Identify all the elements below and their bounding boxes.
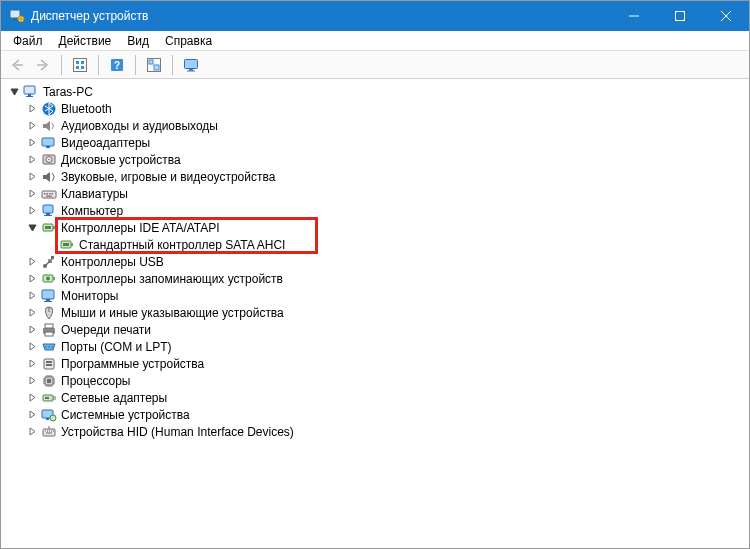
close-button[interactable] (703, 1, 749, 31)
toolbar-separator (172, 55, 173, 75)
chevron-right-icon[interactable] (25, 204, 39, 218)
tree-item-label: Устройства HID (Human Interface Devices) (61, 425, 294, 439)
help-button[interactable]: ? (105, 54, 129, 76)
window-title: Диспетчер устройств (31, 9, 611, 23)
chevron-right-icon[interactable] (25, 153, 39, 167)
tree-category-monitors[interactable]: Мониторы (25, 287, 743, 304)
tree-category-sound[interactable]: Звуковые, игровые и видеоустройства (25, 168, 743, 185)
svg-rect-20 (26, 96, 33, 97)
svg-rect-47 (42, 290, 54, 299)
chevron-right-icon[interactable] (25, 306, 39, 320)
nav-back-button (5, 54, 29, 76)
svg-rect-33 (43, 205, 53, 213)
chevron-right-icon[interactable] (25, 289, 39, 303)
tree-item-label: Очереди печати (61, 323, 151, 337)
chevron-right-icon[interactable] (25, 374, 39, 388)
svg-point-65 (50, 415, 56, 421)
tree-category-storage-ctrl[interactable]: Контроллеры запоминающих устройств (25, 270, 743, 287)
tree-category-usb[interactable]: Контроллеры USB (25, 253, 743, 270)
tree-category-disks[interactable]: Дисковые устройства (25, 151, 743, 168)
tree-category-audio[interactable]: Аудиовходы и аудиовыходы (25, 117, 743, 134)
tree-device-sata-ahci[interactable]: Стандартный контроллер SATA AHCI (43, 236, 743, 253)
svg-rect-1 (14, 18, 16, 20)
tree-category-hid[interactable]: Устройства HID (Human Interface Devices) (25, 423, 743, 440)
svg-rect-8 (76, 66, 79, 69)
toolbar-separator (98, 55, 99, 75)
tree-item-label: Аудиовходы и аудиовыходы (61, 119, 218, 133)
tree-category-mice[interactable]: Мыши и иные указывающие устройства (25, 304, 743, 321)
menu-action[interactable]: Действие (51, 32, 120, 50)
show-hidden-button[interactable] (68, 54, 92, 76)
cpu-icon (41, 373, 57, 389)
printer-icon (41, 322, 57, 338)
toolbar-separator (61, 55, 62, 75)
scan-hardware-button[interactable] (142, 54, 166, 76)
svg-rect-6 (76, 61, 79, 64)
bluetooth-icon (41, 101, 57, 117)
chevron-down-icon[interactable] (7, 85, 21, 99)
svg-rect-41 (71, 243, 73, 246)
chevron-right-icon[interactable] (25, 425, 39, 439)
tree-category-software[interactable]: Программные устройства (25, 355, 743, 372)
chevron-right-icon[interactable] (25, 102, 39, 116)
pc-icon (41, 203, 57, 219)
network-icon (41, 390, 57, 406)
tree-category-bluetooth[interactable]: Bluetooth (25, 100, 743, 117)
disk-icon (41, 152, 57, 168)
tree-root-label: Taras-PC (43, 85, 93, 99)
svg-point-45 (46, 276, 50, 280)
window-controls (611, 1, 749, 31)
tree-item-label: Программные устройства (61, 357, 204, 371)
tree-client-area[interactable]: Taras-PC Bluetooth Аудиовходы и аудиовых… (1, 79, 749, 549)
chevron-right-icon[interactable] (25, 187, 39, 201)
port-icon (41, 339, 57, 355)
svg-rect-15 (185, 59, 198, 68)
tree-item-label: Мыши и иные указывающие устройства (61, 306, 284, 320)
chevron-right-icon[interactable] (25, 357, 39, 371)
keyboard-icon (41, 186, 57, 202)
controller-icon (41, 220, 57, 236)
nav-forward-button (31, 54, 55, 76)
monitor-icon (41, 288, 57, 304)
svg-rect-14 (154, 65, 159, 70)
tree-item-label: Процессоры (61, 374, 131, 388)
chevron-right-icon[interactable] (25, 391, 39, 405)
tree-category-video[interactable]: Видеоадаптеры (25, 134, 743, 151)
tree-category-system[interactable]: Системные устройства (25, 406, 743, 423)
tree-category-computer[interactable]: Компьютер (25, 202, 743, 219)
device-tree[interactable]: Taras-PC Bluetooth Аудиовходы и аудиовых… (7, 83, 743, 440)
chevron-right-icon[interactable] (25, 408, 39, 422)
display-devices-button[interactable] (179, 54, 203, 76)
chevron-right-icon[interactable] (25, 323, 39, 337)
tree-item-label: Контроллеры IDE ATA/ATAPI (61, 221, 220, 235)
tree-root-node[interactable]: Taras-PC (7, 83, 743, 100)
audio-icon (41, 118, 57, 134)
chevron-right-icon[interactable] (25, 170, 39, 184)
minimize-button[interactable] (611, 1, 657, 31)
chevron-right-icon[interactable] (25, 255, 39, 269)
tree-category-keyboards[interactable]: Клавиатуры (25, 185, 743, 202)
menu-help[interactable]: Справка (157, 32, 220, 50)
svg-rect-13 (149, 60, 153, 64)
chevron-right-icon[interactable] (25, 119, 39, 133)
svg-rect-48 (46, 299, 50, 301)
tree-item-label: Дисковые устройства (61, 153, 181, 167)
svg-text:?: ? (114, 60, 120, 71)
tree-category-printqueues[interactable]: Очереди печати (25, 321, 743, 338)
tree-category-ide[interactable]: Контроллеры IDE ATA/ATAPI (25, 219, 743, 236)
chevron-down-icon[interactable] (25, 221, 39, 235)
svg-rect-9 (81, 66, 84, 69)
maximize-button[interactable] (657, 1, 703, 31)
menu-file[interactable]: Файл (5, 32, 51, 50)
tree-category-netadapters[interactable]: Сетевые адаптеры (25, 389, 743, 406)
svg-point-26 (48, 158, 50, 160)
menu-view[interactable]: Вид (119, 32, 157, 50)
svg-rect-40 (63, 243, 69, 246)
chevron-right-icon[interactable] (25, 136, 39, 150)
chevron-right-icon[interactable] (25, 340, 39, 354)
svg-rect-16 (189, 69, 193, 71)
tree-category-cpus[interactable]: Процессоры (25, 372, 743, 389)
svg-rect-4 (676, 12, 685, 21)
tree-category-ports[interactable]: Порты (COM и LPT) (25, 338, 743, 355)
chevron-right-icon[interactable] (25, 272, 39, 286)
